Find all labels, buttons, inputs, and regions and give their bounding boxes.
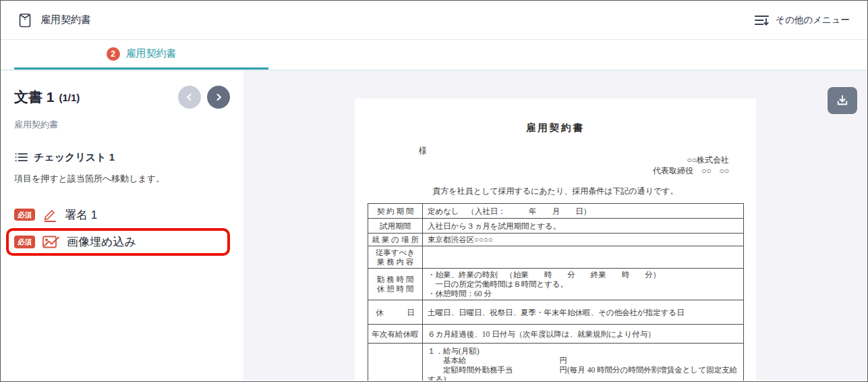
- required-badge: 必須: [14, 209, 35, 221]
- document-page: 雇用契約書 様 ○○株式会社 代表取締役 ○○ ○○ 貴方を社員として採用するに…: [355, 99, 756, 381]
- document-subtitle: 雇用契約書: [14, 119, 230, 131]
- row-value: ・始業、終業の時刻 （始業 時 分 終業 時 分） 一日の所定労働時間は８時間と…: [423, 269, 744, 300]
- row-value: ６カ月経過後、10 日付与（次年度以降は、就業規則により付与）: [423, 325, 744, 344]
- document-page-indicator: (1/1): [59, 92, 80, 103]
- table-row: 就 業 の 場 所 東京都渋谷区○○○○: [368, 234, 744, 246]
- checklist-hint: 項目を押すと該当箇所へ移動します。: [14, 173, 230, 185]
- checklist-item-label: 署名 1: [65, 207, 97, 223]
- table-row: １．給与(月額) 基本給 円 定額時間外勤務手当 円(毎月 40 時間分の時間外…: [368, 344, 744, 381]
- contract-addressee: 様: [419, 145, 427, 157]
- tab-employment-contract[interactable]: 2 雇用契約書: [14, 40, 268, 70]
- document-icon: [17, 12, 33, 28]
- checklist-title: チェックリスト 1: [34, 151, 115, 164]
- header: 雇用契約書 その他のメニュー: [1, 1, 867, 40]
- pen-icon: [42, 207, 58, 223]
- row-label: 勤 務 時 間 休 憩 時 間: [368, 269, 423, 300]
- checklist-item-image-embed-highlighted[interactable]: 必須 画像埋め込み: [6, 228, 230, 256]
- other-menu-button[interactable]: その他のメニュー: [754, 13, 850, 28]
- row-label: 休 日: [368, 300, 423, 325]
- row-label: 従事すべき 業 務 内 容: [368, 246, 423, 269]
- row-label: 年次有給休暇: [368, 325, 423, 344]
- contract-title: 雇用契約書: [355, 121, 756, 134]
- menu-sort-icon: [754, 13, 770, 28]
- table-row: 試用期間 入社日から３ヵ月を試用期間とする。: [368, 219, 744, 234]
- row-label: 就 業 の 場 所: [368, 234, 423, 246]
- table-row: 勤 務 時 間 休 憩 時 間 ・始業、終業の時刻 （始業 時 分 終業 時 分…: [368, 269, 744, 300]
- checklist-item-signature[interactable]: 必須 署名 1: [14, 207, 230, 223]
- row-value: 東京都渋谷区○○○○: [423, 234, 744, 246]
- row-label: [368, 344, 423, 381]
- checklist-icon: [14, 151, 28, 164]
- chevron-right-icon: [214, 92, 223, 102]
- chevron-left-icon: [185, 92, 194, 102]
- document-nav-row: 文書 1 (1/1): [14, 86, 230, 109]
- contract-table: 契 約 期 間 定めなし （入社日： 年 月 日） 試用期間 入社日から３ヵ月を…: [368, 203, 744, 381]
- table-row: 契 約 期 間 定めなし （入社日： 年 月 日）: [368, 204, 744, 219]
- row-value: 入社日から３ヵ月を試用期間とする。: [423, 219, 744, 234]
- contract-company-block: ○○株式会社 代表取締役 ○○ ○○: [653, 155, 729, 176]
- sidebar: 文書 1 (1/1) 雇用契約書: [1, 71, 243, 381]
- other-menu-label: その他のメニュー: [776, 14, 850, 26]
- contract-representative: 代表取締役 ○○ ○○: [653, 166, 729, 177]
- app-title: 雇用契約書: [40, 13, 91, 26]
- download-button[interactable]: [828, 87, 857, 114]
- contract-intro: 貴方を社員として採用するにあたり、採用条件は下記の通りです。: [355, 186, 756, 197]
- prev-document-button[interactable]: [178, 86, 201, 109]
- document-title: 文書 1: [14, 88, 55, 107]
- preview-area: 雇用契約書 様 ○○株式会社 代表取締役 ○○ ○○ 貴方を社員として採用するに…: [243, 71, 867, 381]
- header-left: 雇用契約書: [17, 12, 91, 28]
- next-document-button[interactable]: [207, 86, 230, 109]
- table-row: 休 日 土曜日、日曜日、祝祭日、夏季・年末年始休暇、その他会社が指定する日: [368, 300, 744, 325]
- row-value: [423, 246, 744, 269]
- row-value: 定めなし （入社日： 年 月 日）: [423, 204, 744, 219]
- tab-label: 雇用契約書: [126, 47, 177, 60]
- row-label: 契 約 期 間: [368, 204, 423, 219]
- image-icon: [42, 234, 60, 250]
- row-label: 試用期間: [368, 219, 423, 234]
- document-nav-buttons: [178, 86, 230, 109]
- table-row: 従事すべき 業 務 内 容: [368, 246, 744, 269]
- table-row: 年次有給休暇 ６カ月経過後、10 日付与（次年度以降は、就業規則により付与）: [368, 325, 744, 344]
- contract-company: ○○株式会社: [653, 155, 729, 166]
- checklist-item-label: 画像埋め込み: [67, 234, 136, 250]
- row-value: １．給与(月額) 基本給 円 定額時間外勤務手当 円(毎月 40 時間分の時間外…: [423, 344, 744, 381]
- tab-count-badge: 2: [107, 47, 120, 61]
- checklist-header: チェックリスト 1: [14, 151, 230, 164]
- required-badge: 必須: [14, 236, 35, 248]
- content-area: 文書 1 (1/1) 雇用契約書: [1, 71, 867, 381]
- download-icon: [836, 94, 849, 107]
- tab-strip: 2 雇用契約書: [1, 40, 867, 71]
- row-value: 土曜日、日曜日、祝祭日、夏季・年末年始休暇、その他会社が指定する日: [423, 300, 744, 325]
- app-window: 雇用契約書 その他のメニュー 2 雇用契約書 文書 1: [0, 0, 868, 382]
